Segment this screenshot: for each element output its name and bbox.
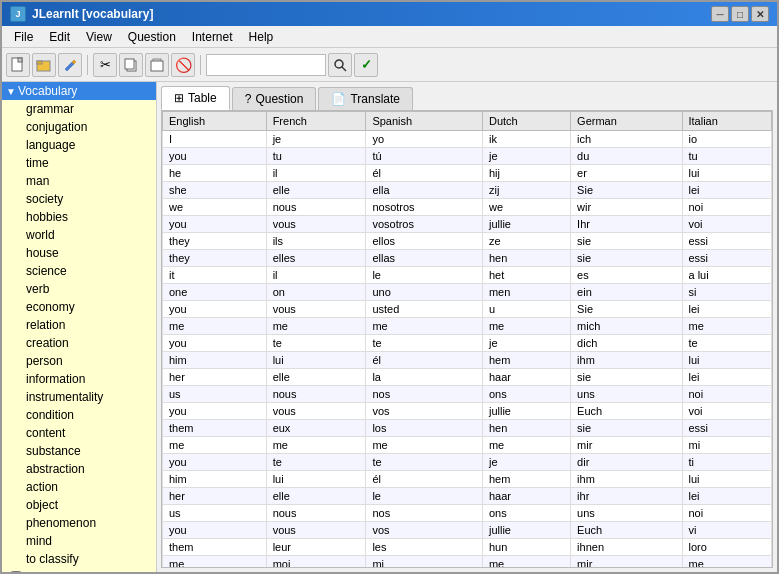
table-row[interactable]: himluiélhemihmlui (163, 352, 772, 369)
tab-table[interactable]: ⊞ Table (161, 86, 230, 110)
table-cell: men (482, 284, 570, 301)
table-row[interactable]: itillehetesa lui (163, 267, 772, 284)
table-row[interactable]: youvousvosjullieEuchvi (163, 522, 772, 539)
search-input[interactable] (206, 54, 326, 76)
sidebar-item-creation[interactable]: creation (2, 334, 156, 352)
table-cell: ein (571, 284, 682, 301)
minimize-button[interactable]: ─ (711, 6, 729, 22)
maximize-button[interactable]: □ (731, 6, 749, 22)
table-cell: me (163, 318, 267, 335)
table-row[interactable]: theyellesellashensieessi (163, 250, 772, 267)
sidebar-item-man[interactable]: man (2, 172, 156, 190)
table-row[interactable]: mememememirmi (163, 437, 772, 454)
sidebar-label-object: object (26, 498, 58, 512)
table-row[interactable]: usnousnosonsunsnoi (163, 505, 772, 522)
table-row[interactable]: memoimimemirme (163, 556, 772, 568)
sidebar-item-instrumentality[interactable]: instrumentality (2, 388, 156, 406)
sidebar-item-object[interactable]: object (2, 496, 156, 514)
table-row[interactable]: oneonunomeneinsi (163, 284, 772, 301)
col-header-french[interactable]: French (266, 112, 366, 131)
toolbar-edit-button[interactable] (58, 53, 82, 77)
table-row[interactable]: themeuxloshensieessi (163, 420, 772, 437)
table-row[interactable]: youtetejedirti (163, 454, 772, 471)
table-cell: él (366, 165, 483, 182)
sidebar-item-action[interactable]: action (2, 478, 156, 496)
table-cell: io (682, 131, 772, 148)
sidebar-item-time[interactable]: time (2, 154, 156, 172)
menu-edit[interactable]: Edit (41, 28, 78, 46)
sidebar-checkbox-unique[interactable]: unique (2, 568, 156, 572)
sidebar-item-phenomenon[interactable]: phenomenon (2, 514, 156, 532)
col-header-english[interactable]: English (163, 112, 267, 131)
table-row[interactable]: sheelleellazijSielei (163, 182, 772, 199)
table-row[interactable]: herellelehaarihrlei (163, 488, 772, 505)
toolbar-new-button[interactable] (6, 53, 30, 77)
table-cell: you (163, 148, 267, 165)
sidebar-item-world[interactable]: world (2, 226, 156, 244)
sidebar-item-science[interactable]: science (2, 262, 156, 280)
table-cell: ons (482, 386, 570, 403)
sidebar-item-vocabulary[interactable]: ▼ Vocabulary (2, 82, 156, 100)
sidebar-item-person[interactable]: person (2, 352, 156, 370)
checkbox-unique[interactable] (10, 571, 22, 572)
col-header-spanish[interactable]: Spanish (366, 112, 483, 131)
table-cell: Sie (571, 182, 682, 199)
translate-tab-label: Translate (350, 92, 400, 106)
table-row[interactable]: yoututújedutu (163, 148, 772, 165)
sidebar-item-mind[interactable]: mind (2, 532, 156, 550)
tab-translate[interactable]: 📄 Translate (318, 87, 413, 110)
table-cell: voi (682, 403, 772, 420)
sidebar-item-information[interactable]: information (2, 370, 156, 388)
check-button[interactable]: ✓ (354, 53, 378, 77)
table-row[interactable]: wenousnosotroswewirnoi (163, 199, 772, 216)
table-row[interactable]: himluiélhemihmlui (163, 471, 772, 488)
toolbar-copy-button[interactable] (119, 53, 143, 77)
menu-question[interactable]: Question (120, 28, 184, 46)
table-row[interactable]: youvoususteduSielei (163, 301, 772, 318)
toolbar-paste-button[interactable] (145, 53, 169, 77)
sidebar-item-substance[interactable]: substance (2, 442, 156, 460)
sidebar-item-content[interactable]: content (2, 424, 156, 442)
sidebar-item-relation[interactable]: relation (2, 316, 156, 334)
sidebar-item-house[interactable]: house (2, 244, 156, 262)
table-row[interactable]: theyilselloszesieessi (163, 233, 772, 250)
table-row[interactable]: youtetejedichte (163, 335, 772, 352)
menu-view[interactable]: View (78, 28, 120, 46)
sidebar-item-society[interactable]: society (2, 190, 156, 208)
table-scroll[interactable]: English French Spanish Dutch German Ital… (162, 111, 772, 567)
toolbar-delete-button[interactable]: 🚫 (171, 53, 195, 77)
expand-arrow-vocabulary: ▼ (6, 86, 16, 97)
table-row[interactable]: usnousnosonsunsnoi (163, 386, 772, 403)
close-button[interactable]: ✕ (751, 6, 769, 22)
tab-question[interactable]: ? Question (232, 87, 317, 110)
toolbar-cut-button[interactable]: ✂ (93, 53, 117, 77)
table-row[interactable]: themleurleshunihnenloro (163, 539, 772, 556)
sidebar-item-economy[interactable]: economy (2, 298, 156, 316)
toolbar-open-button[interactable] (32, 53, 56, 77)
sidebar-item-conjugation[interactable]: conjugation (2, 118, 156, 136)
menu-file[interactable]: File (6, 28, 41, 46)
table-row[interactable]: youvousvosjullieEuchvoi (163, 403, 772, 420)
table-row[interactable]: youvousvosotrosjullieIhrvoi (163, 216, 772, 233)
table-cell: you (163, 216, 267, 233)
col-header-german[interactable]: German (571, 112, 682, 131)
sidebar-item-condition[interactable]: condition (2, 406, 156, 424)
table-row[interactable]: herellelahaarsielei (163, 369, 772, 386)
sidebar-item-language[interactable]: language (2, 136, 156, 154)
sidebar-item-grammar[interactable]: grammar (2, 100, 156, 118)
table-row[interactable]: heilélhijerlui (163, 165, 772, 182)
menu-internet[interactable]: Internet (184, 28, 241, 46)
table-cell: ich (571, 131, 682, 148)
col-header-dutch[interactable]: Dutch (482, 112, 570, 131)
sidebar-item-verb[interactable]: verb (2, 280, 156, 298)
sidebar-item-to-classify[interactable]: to classify (2, 550, 156, 568)
menu-help[interactable]: Help (241, 28, 282, 46)
table-cell: ons (482, 505, 570, 522)
search-button[interactable] (328, 53, 352, 77)
table-cell: me (163, 437, 267, 454)
sidebar-item-hobbies[interactable]: hobbies (2, 208, 156, 226)
sidebar-item-abstraction[interactable]: abstraction (2, 460, 156, 478)
table-row[interactable]: Ijeyoikichio (163, 131, 772, 148)
col-header-italian[interactable]: Italian (682, 112, 772, 131)
table-row[interactable]: mememememichme (163, 318, 772, 335)
